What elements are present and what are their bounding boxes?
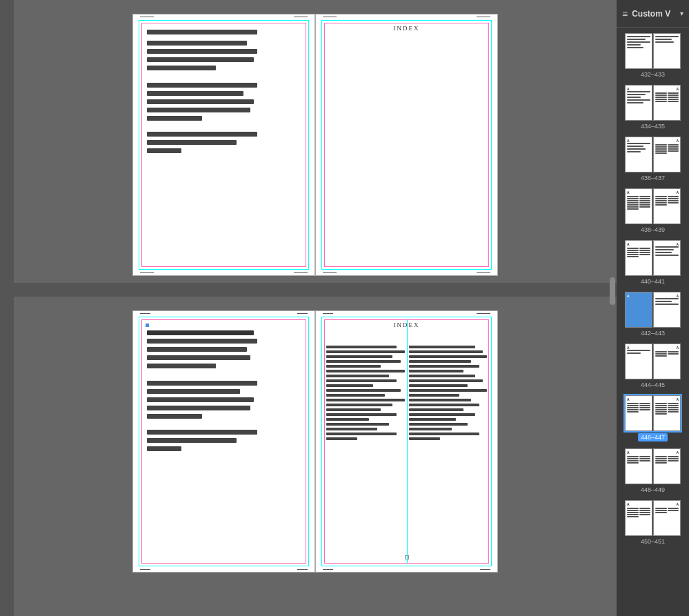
scrollbar-thumb[interactable] — [610, 277, 615, 305]
panel-thumb-434: A — [625, 85, 652, 121]
panel-menu-icon[interactable]: ≡ — [622, 8, 628, 19]
text-line — [147, 446, 181, 451]
panel-thumb-446: A — [625, 395, 652, 431]
text-line — [147, 397, 254, 402]
page-right-spread1: INDEX — [315, 14, 498, 276]
panel-header: ≡ Custom V ▾ — [617, 0, 689, 28]
page-left-spread1 — [132, 14, 315, 276]
panel-label-440-441: 440–441 — [641, 278, 665, 285]
panel-spread-444-445[interactable]: A A — [619, 341, 686, 391]
main-scrollbar[interactable] — [608, 0, 617, 616]
panel-thumb-439: A — [653, 188, 681, 224]
panel-thumb-443: A — [653, 292, 681, 328]
spread-wrapper-1: INDEX — [132, 14, 498, 276]
text-line — [147, 347, 247, 352]
text-line — [147, 49, 257, 54]
thumb-letter-442: A — [627, 294, 630, 298]
spread-section-1: INDEX — [14, 0, 617, 283]
thumbnail-wrapper-450-451: A — [625, 500, 681, 536]
panel-spread-442-443[interactable]: A A 442–443 — [619, 289, 686, 339]
panel-thumb-450: A — [625, 500, 652, 536]
thumbnail-wrapper-446-447: A — [625, 395, 681, 431]
panel-spread-446-447[interactable]: A — [619, 393, 686, 444]
panel-label-434-435: 434–435 — [641, 123, 665, 130]
panel-thumb-435: A — [653, 85, 681, 121]
thumbnail-wrapper-438-439: A — [625, 188, 681, 224]
pages-panel: ≡ Custom V ▾ — [617, 0, 689, 616]
spread-divider — [14, 283, 617, 297]
panel-thumb-445: A — [653, 344, 681, 379]
text-line — [147, 132, 257, 137]
text-line — [147, 57, 254, 62]
spread-wrapper-2: INDEX — [132, 310, 498, 573]
text-line — [147, 364, 216, 368]
panel-thumb-437: A — [653, 137, 681, 172]
thumbnail-wrapper-432-433 — [625, 33, 681, 69]
text-line — [147, 30, 257, 34]
panel-title: Custom V — [632, 9, 670, 19]
text-line — [147, 108, 250, 112]
text-line — [147, 430, 257, 435]
index-label-spread1: INDEX — [316, 25, 497, 32]
text-line — [147, 406, 250, 410]
panel-thumb-440: A — [625, 240, 652, 276]
main-canvas-area: INDEX — [14, 0, 617, 616]
panel-collapse-arrow[interactable]: ▾ — [680, 10, 683, 17]
panel-thumb-433 — [653, 33, 681, 69]
panel-thumb-442: A — [625, 292, 652, 328]
panel-spread-438-439[interactable]: A — [619, 186, 686, 236]
panel-thumb-451: A — [653, 500, 681, 536]
thumbnail-wrapper-434-435: A A — [625, 85, 681, 121]
panel-thumb-444: A — [625, 344, 652, 379]
text-line — [147, 66, 216, 70]
text-line — [147, 116, 202, 121]
panel-label-438-439: 438–439 — [641, 226, 665, 233]
text-line — [147, 99, 254, 104]
text-line — [147, 381, 257, 386]
panel-spread-432-433[interactable]: 432–433 — [619, 30, 686, 81]
panel-label-450-451: 450–451 — [641, 538, 665, 545]
text-line — [147, 389, 240, 394]
thumbnail-wrapper-440-441: A — [625, 240, 681, 276]
text-line — [147, 330, 254, 335]
panel-spread-448-449[interactable]: A — [619, 446, 686, 496]
thumbnail-wrapper-448-449: A — [625, 448, 681, 484]
text-line — [147, 148, 181, 153]
panel-label-432-433: 432–433 — [641, 71, 665, 78]
panel-thumb-438: A — [625, 188, 652, 224]
panel-label-446-447: 446–447 — [638, 433, 668, 441]
text-line — [147, 438, 237, 443]
text-line — [147, 140, 237, 145]
panel-label-444-445: 444–445 — [641, 381, 665, 388]
panel-label-442-443: 442–443 — [641, 330, 665, 337]
panel-thumb-448: A — [625, 448, 652, 484]
panel-spread-440-441[interactable]: A — [619, 237, 686, 288]
text-line — [147, 339, 257, 344]
panel-thumb-441: A — [653, 240, 681, 276]
panel-thumb-447: A — [653, 395, 681, 431]
page-right-spread2: INDEX — [315, 310, 498, 573]
left-edge-panel — [0, 0, 14, 616]
thumbnail-wrapper-444-445: A A — [625, 344, 681, 379]
panel-thumb-432 — [625, 33, 652, 69]
panel-label-436-437: 436–437 — [641, 175, 665, 181]
text-line — [147, 83, 257, 88]
text-line — [147, 414, 202, 419]
panel-pages-list[interactable]: 432–433 A A — [617, 28, 689, 616]
panel-label-448-449: 448–449 — [641, 486, 665, 493]
panel-spread-450-451[interactable]: A — [619, 497, 686, 548]
panel-thumb-436: A — [625, 137, 652, 172]
text-line — [147, 41, 247, 46]
thumbnail-wrapper-442-443: A A — [625, 292, 681, 328]
thumbnail-wrapper-436-437: A A — [625, 137, 681, 172]
spread-section-2: INDEX — [14, 297, 617, 586]
page-left-spread2 — [132, 310, 315, 573]
text-line — [147, 355, 250, 360]
text-line — [147, 91, 243, 96]
panel-thumb-449: A — [653, 448, 681, 484]
panel-spread-434-435[interactable]: A A — [619, 82, 686, 132]
panel-spread-436-437[interactable]: A A — [619, 134, 686, 184]
